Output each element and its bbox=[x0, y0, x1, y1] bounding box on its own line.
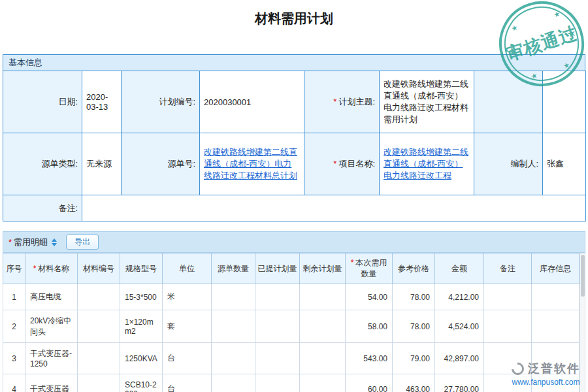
detail-table-row: 4干式变压器SCB10-2000台60.00463.0027,780.00 bbox=[3, 374, 580, 392]
detail-cell: 4,212.00 bbox=[435, 284, 484, 310]
required-marker: * bbox=[8, 237, 12, 247]
detail-cell bbox=[300, 284, 346, 310]
source-no-label: 源单号: bbox=[122, 133, 200, 195]
detail-cell: 463.00 bbox=[393, 374, 435, 392]
subject-value-text: 改建铁路线增建第二线直通线（成都-西安）电力线路迁改工程材料需用计划 bbox=[384, 79, 468, 124]
detail-cell: 干式变压器 bbox=[25, 374, 78, 392]
detail-cell bbox=[255, 284, 300, 310]
detail-cell: 42,897.00 bbox=[435, 343, 484, 374]
basic-info-section: 基本信息 日期: 2020-03-13 计划编号: 2020030001 *计划… bbox=[3, 54, 585, 221]
detail-cell bbox=[78, 310, 120, 343]
vendor-brand-name: 泛普软件 bbox=[528, 361, 580, 376]
remark-label-text: 备注: bbox=[58, 203, 78, 213]
detail-cell: 套 bbox=[163, 310, 212, 343]
detail-column-header: 金额 bbox=[435, 253, 484, 284]
scrollbar-thumb[interactable] bbox=[581, 255, 585, 297]
detail-table-row: 3干式变压器-12501250KVA台543.0079.0042,897.00 bbox=[3, 343, 580, 374]
star-icon: ★ bbox=[566, 27, 577, 39]
source-no-link[interactable]: 改建铁路线增建第二线直通线（成都-西安）电力线路迁改工程材料总计划 bbox=[204, 147, 297, 180]
detail-toolbar: * 需用明细 导出 bbox=[3, 231, 585, 253]
required-marker: * bbox=[333, 97, 336, 106]
vertical-scrollbar[interactable] bbox=[580, 253, 585, 392]
project-name-label: *项目名称: bbox=[304, 133, 380, 195]
detail-cell bbox=[532, 284, 580, 310]
detail-cell: 4,524.00 bbox=[435, 310, 484, 343]
detail-column-header: 参考价格 bbox=[393, 253, 435, 284]
detail-cell: 78.00 bbox=[393, 284, 435, 310]
source-no-value: 改建铁路线增建第二线直通线（成都-西安）电力线路迁改工程材料总计划 bbox=[200, 133, 304, 195]
plan-no-value-text: 2020030001 bbox=[204, 97, 251, 107]
detail-table: 序号*材料名称材料编号规格型号单位源单数量已提计划量剩余计划量*本次需用数量参考… bbox=[3, 253, 580, 392]
detail-cell: 米 bbox=[163, 284, 212, 310]
detail-cell: SCB10-2000 bbox=[120, 374, 163, 392]
basic-info-section-header: 基本信息 bbox=[3, 54, 585, 71]
source-no-label-text: 源单号: bbox=[167, 159, 195, 169]
detail-cell: 78.00 bbox=[393, 310, 435, 343]
detail-column-header: *本次需用数量 bbox=[346, 253, 393, 284]
detail-cell: 27,780.00 bbox=[435, 374, 484, 392]
detail-cell: 台 bbox=[163, 374, 212, 392]
detail-cell: 20kV冷缩中间头 bbox=[25, 310, 78, 343]
detail-cell: 54.00 bbox=[346, 284, 393, 310]
detail-cell: 58.00 bbox=[346, 310, 393, 343]
creator-label: 编制人: bbox=[474, 133, 543, 195]
detail-column-header: 备注 bbox=[484, 253, 532, 284]
detail-table-wrap: 序号*材料名称材料编号规格型号单位源单数量已提计划量剩余计划量*本次需用数量参考… bbox=[3, 253, 585, 392]
detail-column-header: 材料编号 bbox=[78, 253, 120, 284]
basic-row-remark: 备注: bbox=[3, 195, 586, 221]
plan-no-label-text: 计划编号: bbox=[159, 97, 195, 106]
detail-cell bbox=[78, 374, 120, 392]
detail-cell: 高压电缆 bbox=[25, 284, 78, 310]
detail-cell bbox=[78, 284, 120, 310]
detail-cell bbox=[300, 374, 346, 392]
vendor-url: www.fanpusoft.com bbox=[512, 378, 580, 387]
detail-table-row: 220kV冷缩中间头1×120mm2套58.0078.004,524.00 bbox=[3, 310, 580, 343]
detail-cell: 2 bbox=[3, 310, 25, 343]
vendor-logo: 泛普软件 www.fanpusoft.com bbox=[512, 361, 580, 387]
required-marker: * bbox=[33, 264, 37, 273]
detail-column-header: 单位 bbox=[163, 253, 212, 284]
sort-toggle-icon[interactable] bbox=[52, 238, 57, 246]
source-type-value: 无来源 bbox=[82, 133, 122, 195]
detail-table-body: 1高压电缆15-3*500米54.0078.004,212.00220kV冷缩中… bbox=[3, 284, 580, 392]
detail-column-header: 库存信息 bbox=[532, 253, 580, 284]
basic-row-date: 日期: 2020-03-13 计划编号: 2020030001 *计划主题: 改… bbox=[3, 71, 586, 133]
detail-cell bbox=[484, 310, 532, 343]
detail-cell bbox=[255, 374, 300, 392]
project-name-link[interactable]: 改建铁路线增建第二线直通线（成都-西安）电力线路迁改工程 bbox=[384, 147, 468, 180]
required-marker: * bbox=[351, 258, 354, 267]
plan-no-value: 2020030001 bbox=[200, 71, 304, 133]
detail-cell bbox=[255, 310, 300, 343]
detail-column-header: 序号 bbox=[3, 253, 25, 284]
source-type-value-text: 无来源 bbox=[86, 159, 112, 169]
plan-no-label: 计划编号: bbox=[122, 71, 200, 133]
detail-cell bbox=[300, 343, 346, 374]
date-label: 日期: bbox=[3, 71, 82, 133]
detail-table-row: 1高压电缆15-3*500米54.0078.004,212.00 bbox=[3, 284, 580, 310]
source-type-label: 源单类型: bbox=[3, 133, 82, 195]
required-marker: * bbox=[333, 159, 336, 169]
vendor-logo-icon bbox=[509, 360, 527, 378]
remark-value bbox=[82, 195, 586, 221]
detail-cell: 15-3*500 bbox=[120, 284, 163, 310]
empty-label-cell bbox=[474, 71, 543, 133]
subject-value: 改建铁路线增建第二线直通线（成都-西安）电力线路迁改工程材料需用计划 bbox=[380, 71, 474, 133]
detail-cell bbox=[212, 343, 255, 374]
detail-cell bbox=[300, 310, 346, 343]
detail-cell bbox=[212, 374, 255, 392]
basic-info-table: 日期: 2020-03-13 计划编号: 2020030001 *计划主题: 改… bbox=[3, 71, 586, 221]
export-button[interactable]: 导出 bbox=[66, 235, 99, 250]
detail-cell: 台 bbox=[163, 343, 212, 374]
date-value-text: 2020-03-13 bbox=[86, 92, 108, 112]
page-title: 材料需用计划 bbox=[0, 0, 588, 27]
detail-column-header: 规格型号 bbox=[120, 253, 163, 284]
detail-cell bbox=[484, 284, 532, 310]
detail-cell: 1×120mm2 bbox=[120, 310, 163, 343]
detail-cell: 543.00 bbox=[346, 343, 393, 374]
detail-cell bbox=[212, 310, 255, 343]
creator-value-text: 张鑫 bbox=[547, 159, 564, 169]
project-name-value: 改建铁路线增建第二线直通线（成都-西安）电力线路迁改工程 bbox=[380, 133, 474, 195]
empty-value-cell bbox=[543, 71, 586, 133]
detail-cell bbox=[532, 310, 580, 343]
subject-label: *计划主题: bbox=[304, 71, 380, 133]
